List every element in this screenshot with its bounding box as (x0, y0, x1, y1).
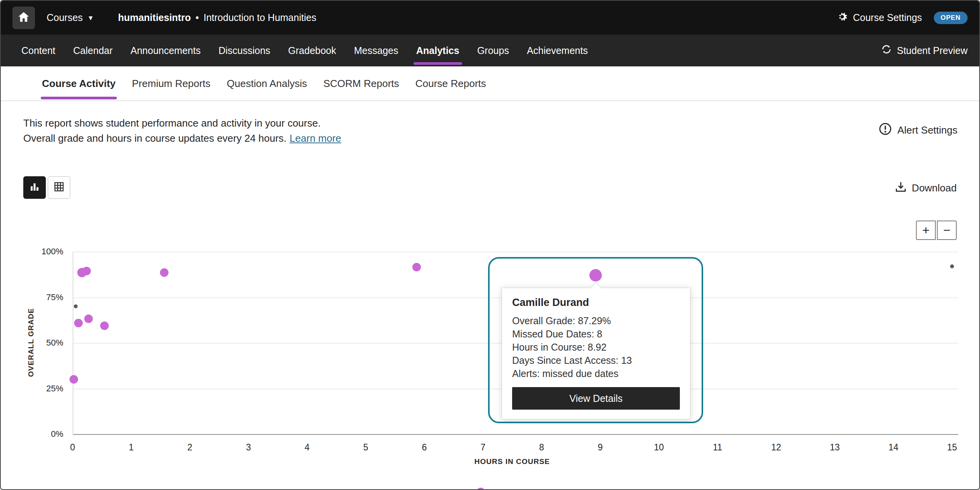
x-tick-label: 3 (246, 442, 251, 453)
x-tick-label: 2 (188, 442, 193, 453)
x-tick-label: 15 (947, 442, 957, 453)
partial-data-point[interactable] (476, 488, 485, 490)
y-axis-line (73, 252, 73, 434)
data-point[interactable] (412, 263, 421, 271)
x-tick-label: 1 (129, 442, 134, 453)
x-tick-label: 11 (713, 442, 722, 453)
tooltip-days-since-access: Days Since Last Access: 13 (512, 354, 680, 367)
scatter-chart: OVERALL GRADE HOURS IN COURSE 100%75%50%… (1, 1, 979, 489)
analytics-page: Courses ▼ humanitiesintro • Introduction… (0, 0, 980, 490)
data-point[interactable] (100, 321, 109, 330)
student-tooltip: Camille Durand Overall Grade: 87.29% Mis… (502, 288, 690, 419)
tooltip-overall-grade: Overall Grade: 87.29% (512, 314, 680, 327)
x-axis-label: HOURS IN COURSE (474, 457, 550, 466)
data-point[interactable] (70, 375, 78, 384)
y-tick-label: 50% (1, 338, 63, 348)
data-point[interactable] (82, 267, 91, 275)
view-details-button[interactable]: View Details (512, 387, 680, 410)
data-point[interactable] (84, 315, 93, 323)
tooltip-alerts: Alerts: missed due dates (512, 367, 680, 380)
data-point[interactable] (74, 319, 83, 327)
x-tick-label: 12 (771, 442, 781, 453)
x-tick-label: 8 (539, 442, 544, 453)
y-tick-label: 100% (1, 247, 63, 257)
data-point[interactable] (74, 304, 78, 308)
tooltip-student-name: Camille Durand (512, 297, 680, 309)
gridline (73, 252, 958, 252)
x-tick-label: 7 (481, 442, 486, 453)
tooltip-hours-in-course: Hours in Course: 8.92 (512, 341, 680, 354)
x-tick-label: 5 (363, 442, 368, 453)
x-tick-label: 10 (654, 442, 664, 453)
x-tick-label: 4 (305, 442, 310, 453)
x-tick-label: 0 (70, 442, 75, 453)
x-tick-label: 14 (888, 442, 898, 453)
x-axis-line (73, 434, 958, 435)
x-tick-label: 6 (422, 442, 427, 453)
data-point[interactable] (160, 268, 169, 277)
data-point[interactable] (950, 264, 954, 268)
y-tick-label: 75% (1, 292, 63, 302)
x-tick-label: 13 (830, 442, 840, 453)
data-point-highlighted[interactable] (589, 269, 602, 281)
tooltip-missed-due-dates: Missed Due Dates: 8 (512, 327, 680, 341)
y-tick-label: 25% (1, 384, 63, 394)
x-tick-label: 9 (598, 442, 603, 453)
y-tick-label: 0% (1, 429, 63, 439)
